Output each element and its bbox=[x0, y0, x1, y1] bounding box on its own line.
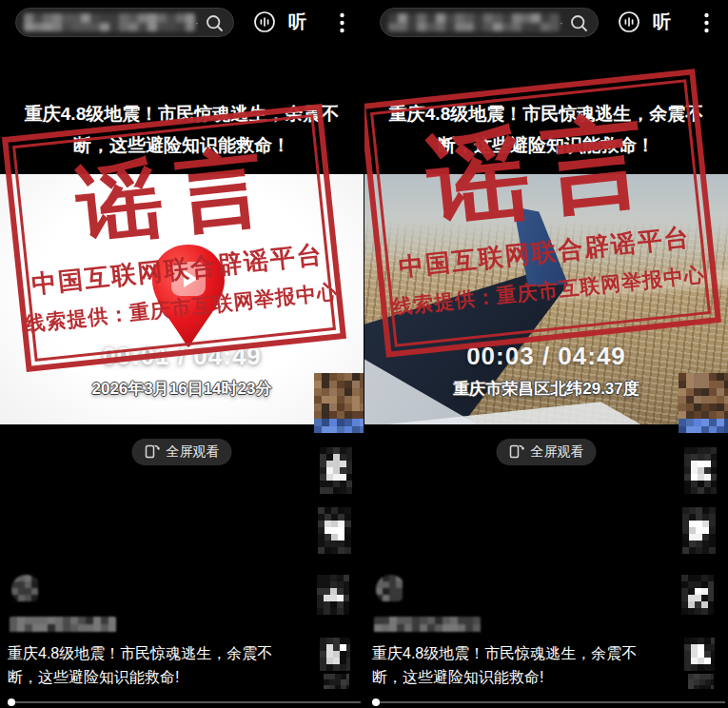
two-screenshot-comparison: · 听 重庆4.8级地震！市民惊魂逃生，余震不 断，这些避险知识能救命！ bbox=[0, 0, 728, 708]
search-icon[interactable] bbox=[205, 13, 225, 37]
browser-toolbar: · 听 bbox=[364, 0, 728, 45]
search-input[interactable]: · bbox=[15, 8, 234, 37]
rotate-phone-icon bbox=[509, 442, 525, 462]
browser-toolbar: · 听 bbox=[0, 0, 364, 45]
blurred-action-icon[interactable] bbox=[317, 575, 349, 617]
screenshot-left: · 听 重庆4.8级地震！市民惊魂逃生，余震不 断，这些避险知识能救命！ bbox=[0, 0, 364, 708]
rumor-stamp-big-text: 谣言 bbox=[57, 143, 282, 249]
blurred-uploader-avatar[interactable] bbox=[376, 575, 405, 604]
search-icon[interactable] bbox=[569, 13, 589, 37]
blurred-action-icon[interactable] bbox=[682, 507, 717, 555]
blurred-uploader-avatar[interactable] bbox=[11, 575, 41, 604]
blurred-action-icon[interactable] bbox=[684, 447, 717, 495]
fullscreen-button[interactable]: 全屏观看 bbox=[497, 439, 597, 465]
search-separator-dot: · bbox=[195, 15, 199, 30]
kebab-menu-icon[interactable] bbox=[340, 12, 344, 37]
blurred-action-icon[interactable] bbox=[318, 507, 352, 555]
blurred-uploader-name[interactable] bbox=[374, 617, 481, 634]
blurred-action-label bbox=[324, 674, 349, 689]
rumor-stamp-inner-border: 谣言 中国互联网联合辟谣平台 线索提供：重庆市互联网举报中心 bbox=[370, 79, 711, 347]
seek-handle[interactable] bbox=[372, 698, 380, 706]
fullscreen-button[interactable]: 全屏观看 bbox=[132, 439, 232, 465]
blurred-action-icon[interactable] bbox=[320, 447, 352, 495]
blurred-search-text bbox=[388, 13, 560, 31]
blurred-creator-avatar[interactable] bbox=[314, 373, 364, 433]
fullscreen-button-label: 全屏观看 bbox=[531, 443, 584, 461]
rumor-stamp: 谣言 中国互联网联合辟谣平台 线索提供：重庆市互联网举报中心 bbox=[2, 104, 346, 372]
search-separator-dot: · bbox=[560, 15, 563, 30]
rumor-stamp: 谣言 中国互联网联合辟谣平台 线索提供：重庆市互联网举报中心 bbox=[364, 69, 721, 358]
seek-bar[interactable] bbox=[10, 701, 361, 703]
screenshot-right: · 听 重庆4.8级地震！市民惊魂逃生，余震不 断，这些避险知识能救命！ bbox=[364, 0, 728, 708]
blurred-creator-avatar[interactable] bbox=[679, 373, 728, 433]
video-overlay-caption: 重庆市荣昌区北纬29.37度 bbox=[364, 378, 728, 400]
rotate-phone-icon bbox=[145, 442, 161, 462]
rumor-stamp-big-text: 谣言 bbox=[408, 109, 664, 233]
listen-button[interactable]: 听 bbox=[288, 11, 306, 32]
blurred-uploader-name[interactable] bbox=[10, 617, 116, 634]
blurred-action-icon[interactable] bbox=[681, 575, 714, 617]
seek-bar[interactable] bbox=[374, 701, 725, 703]
video-caption: 重庆4.8级地震！市民惊魂逃生，余震不断，这些避险知识能救命! bbox=[8, 641, 295, 689]
blurred-action-label bbox=[688, 674, 714, 689]
voice-circle-icon[interactable] bbox=[618, 10, 640, 37]
video-overlay-caption: 2026年3月16日14时23分 bbox=[0, 378, 364, 400]
video-caption: 重庆4.8级地震！市民惊魂逃生，余震不断，这些避险知识能救命! bbox=[372, 641, 659, 689]
blurred-search-text bbox=[24, 13, 195, 31]
fullscreen-button-label: 全屏观看 bbox=[167, 443, 220, 461]
rumor-stamp-inner-border: 谣言 中国互联网联合辟谣平台 线索提供：重庆市互联网举报中心 bbox=[12, 114, 336, 362]
blurred-action-icon[interactable] bbox=[320, 638, 350, 672]
seek-handle[interactable] bbox=[8, 698, 15, 706]
blurred-action-icon[interactable] bbox=[684, 638, 715, 672]
search-input[interactable]: · bbox=[380, 8, 599, 37]
voice-circle-icon[interactable] bbox=[253, 10, 276, 37]
listen-button[interactable]: 听 bbox=[653, 11, 671, 32]
kebab-menu-icon[interactable] bbox=[704, 12, 709, 37]
